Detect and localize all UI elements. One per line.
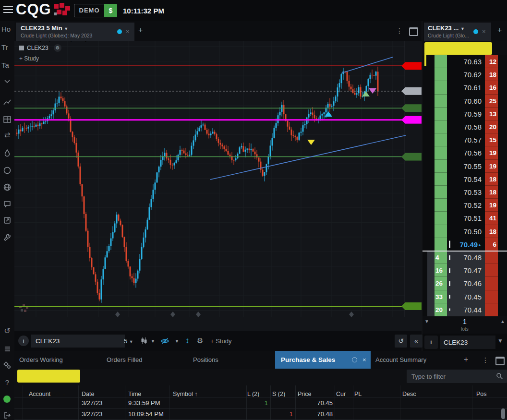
table-scrollbar-thumb[interactable] (501, 408, 505, 419)
dom-symbol-input[interactable] (440, 336, 495, 349)
chart-tab-clek23[interactable]: CLEK23 5 Min ▼ Crude Light (Globex): May… (16, 23, 134, 41)
dom-ask-cell[interactable] (485, 277, 498, 290)
dom-bid-cell[interactable] (435, 68, 447, 81)
add-tab-button[interactable]: + (138, 26, 143, 35)
dom-ask-cell[interactable] (485, 264, 498, 277)
tab-positions[interactable]: Positions (193, 351, 218, 369)
line-chart-icon[interactable] (3, 98, 12, 107)
tab-account-summary[interactable]: Account Summary (375, 351, 426, 369)
column-header-date[interactable]: Date (82, 391, 94, 397)
cell-price[interactable]: 70.48 (290, 410, 333, 418)
dom-price[interactable]: 70.48 (447, 251, 482, 264)
dom-bid-cell[interactable] (435, 160, 447, 173)
logout-icon[interactable] (3, 411, 12, 420)
dom-price[interactable]: 70.44 (447, 303, 482, 316)
filter-input[interactable] (407, 370, 503, 383)
dom-price[interactable]: 70.60 (447, 95, 482, 108)
link-dot-icon[interactable] (117, 29, 122, 34)
dom-ask-cell[interactable]: 18 (485, 186, 498, 199)
dom-bid-cell[interactable] (435, 133, 447, 146)
dom-bid-cell[interactable] (435, 55, 447, 68)
dom-bid-cell[interactable] (435, 81, 447, 94)
dom-price[interactable]: 70.56 (447, 146, 482, 159)
funded-account-button[interactable]: $ (104, 4, 117, 17)
dom-ask-cell[interactable]: 20 (485, 120, 498, 133)
dom-bid-cell[interactable]: 4 (435, 251, 447, 264)
dom-ask-cell[interactable] (485, 303, 498, 316)
column-header-price[interactable]: Price (298, 391, 311, 397)
price-chart[interactable]: CLEK23Crude Light (Globex): May 202371.2… (14, 41, 422, 331)
account-selector-button[interactable]: TS7280 DEMO ▼ (17, 370, 80, 383)
gear-icon[interactable]: ⚙ (197, 336, 203, 345)
cell-time[interactable]: 10:09:54 PM (128, 410, 164, 418)
dom-price[interactable]: 70.47 (447, 264, 482, 277)
trade-markers[interactable] (307, 88, 376, 145)
chevron-down-icon[interactable]: ▼ (64, 26, 68, 31)
column-header-symbol[interactable]: Symbol ↑ (173, 391, 197, 397)
dom-price[interactable]: 70.55 (447, 160, 482, 173)
chevron-down-icon[interactable] (3, 77, 12, 85)
dom-bid-cell[interactable]: 26 (435, 277, 447, 290)
window-icon[interactable] (495, 357, 505, 365)
dom-ask-cell[interactable]: 25 (485, 95, 498, 108)
dom-ask-cell[interactable]: 12 (485, 55, 498, 68)
close-icon[interactable]: × (126, 28, 130, 35)
dom-price[interactable]: 70.58 (447, 120, 482, 133)
column-header-pos[interactable]: Pos (476, 391, 487, 397)
kebab-menu-icon[interactable]: ⋮ (396, 27, 403, 35)
dom-ask-cell[interactable]: 6 (485, 238, 498, 251)
tab-orders-filled[interactable]: Orders Filled (107, 351, 142, 369)
interval-dropdown[interactable]: 5 ▼ (124, 337, 133, 345)
add-tab-button[interactable]: + (464, 355, 468, 364)
column-header-s-2-[interactable]: S (2) (272, 391, 285, 397)
chevron-down-icon[interactable]: ▼ (175, 339, 179, 344)
column-header-pl[interactable]: PL (354, 391, 362, 397)
external-link-icon[interactable] (3, 216, 12, 225)
sidebar-item-tables[interactable]: Ta (1, 61, 14, 69)
dom-bid-cell[interactable]: 33 (435, 290, 447, 303)
chevron-down-icon[interactable]: ▼ (460, 26, 465, 31)
dom-ask-cell[interactable]: 13 (485, 108, 498, 120)
dom-bid-cell[interactable]: 20 (435, 303, 447, 316)
dom-bid-cell[interactable] (435, 225, 447, 238)
ring-icon[interactable] (352, 357, 357, 362)
settings-gears-icon[interactable] (3, 361, 12, 370)
cell-date[interactable]: 3/27/23 (82, 410, 102, 418)
dom-price[interactable]: 70.52 (447, 199, 482, 212)
add-study-button[interactable]: + Study (210, 337, 231, 345)
tab-orders-working[interactable]: Orders Working (19, 351, 63, 369)
dom-scrollbar-thumb[interactable] (424, 54, 426, 66)
dom-bid-cell[interactable] (435, 120, 447, 133)
cell-price[interactable]: 70.45 (290, 399, 333, 407)
dom-ask-cell[interactable]: 18 (485, 173, 498, 186)
circle-icon[interactable] (3, 166, 12, 175)
dom-price[interactable]: 70.46 (447, 277, 482, 290)
globe-icon[interactable] (3, 183, 12, 192)
demo-mode-button[interactable]: DEMO (74, 4, 105, 17)
dom-price[interactable]: 70.62 (447, 68, 482, 81)
kebab-menu-icon[interactable]: ⋮ (482, 356, 489, 364)
dom-ask-cell[interactable]: 15 (485, 133, 498, 146)
add-tab-button[interactable]: + (497, 26, 502, 35)
cell-long-qty[interactable]: 1 (229, 399, 268, 407)
chart-type-icon[interactable] (140, 337, 148, 345)
symbol-input[interactable] (31, 335, 125, 348)
cell-short-qty[interactable]: 1 (254, 410, 293, 418)
dom-bid-cell[interactable] (435, 173, 447, 186)
dom-bid-cell[interactable] (435, 108, 447, 120)
dom-bid-cell[interactable]: 16 (435, 264, 447, 277)
dom-ask-cell[interactable]: 16 (485, 81, 498, 94)
account-selector-button[interactable]: TS7280 DEMO ▼ (424, 42, 492, 55)
dom-bid-cell[interactable] (435, 199, 447, 212)
tab-purchase-and-sales[interactable]: Purchase & Sales × (275, 351, 371, 369)
undo-icon[interactable]: ↺ (3, 326, 12, 336)
dom-price[interactable]: 70.57 (447, 133, 482, 146)
dom-last-price[interactable]: 70.49▲ (447, 238, 482, 251)
dom-price[interactable]: 70.59 (447, 108, 482, 120)
dom-bid-cell[interactable] (435, 146, 447, 159)
dom-bid-cell[interactable] (435, 238, 447, 251)
column-header-l-2-[interactable]: L (2) (247, 391, 259, 397)
price-levels[interactable] (14, 66, 405, 306)
dom-price[interactable]: 70.54 (447, 173, 482, 186)
swap-arrows-icon[interactable]: ⇄ (3, 131, 12, 139)
